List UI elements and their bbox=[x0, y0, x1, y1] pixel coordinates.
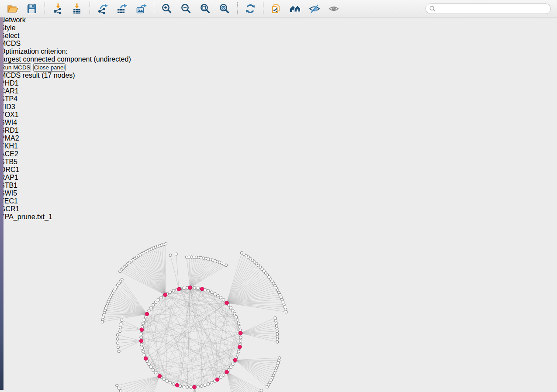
network-node[interactable] bbox=[239, 340, 242, 343]
mcds-result-item[interactable]: ORC1 bbox=[0, 166, 557, 174]
duplicate-network-button[interactable] bbox=[270, 3, 282, 15]
mcds-node[interactable] bbox=[177, 287, 181, 291]
mcds-result-item[interactable]: SWI5 bbox=[0, 189, 557, 197]
network-node[interactable] bbox=[169, 381, 172, 384]
network-leaf-node[interactable] bbox=[240, 251, 243, 254]
mcds-node[interactable] bbox=[140, 328, 144, 332]
network-node[interactable] bbox=[143, 319, 146, 322]
network-node[interactable] bbox=[237, 322, 240, 325]
mcds-result-item[interactable]: STP4 bbox=[0, 95, 557, 103]
network-leaf-node[interactable] bbox=[169, 254, 172, 257]
network-leaf-node[interactable] bbox=[185, 256, 188, 258]
mcds-node[interactable] bbox=[139, 339, 143, 343]
network-node[interactable] bbox=[236, 354, 239, 357]
network-leaf-node[interactable] bbox=[117, 346, 119, 349]
network-node[interactable] bbox=[229, 306, 232, 309]
network-node[interactable] bbox=[193, 286, 196, 289]
mcds-node[interactable] bbox=[144, 357, 148, 361]
network-canvas[interactable] bbox=[0, 221, 557, 392]
mcds-result-item[interactable]: RAP1 bbox=[0, 174, 557, 182]
mcds-result-item[interactable]: STB1 bbox=[0, 182, 557, 189]
export-network-button[interactable] bbox=[97, 3, 109, 15]
optimization-criterion-select[interactable]: largest connected component (undirected) bbox=[0, 55, 557, 63]
mcds-result-item[interactable]: SWI4 bbox=[0, 119, 557, 127]
mcds-result-item[interactable]: TID3 bbox=[0, 103, 557, 111]
network-leaf-node[interactable] bbox=[285, 310, 287, 313]
network-node[interactable] bbox=[232, 363, 235, 366]
mcds-node[interactable] bbox=[215, 378, 219, 382]
network-node[interactable] bbox=[207, 289, 210, 292]
network-leaf-node[interactable] bbox=[275, 322, 277, 324]
network-node[interactable] bbox=[233, 312, 236, 315]
tab-select[interactable]: Select bbox=[0, 32, 557, 40]
mcds-node[interactable] bbox=[175, 383, 179, 387]
hide-button[interactable] bbox=[308, 3, 321, 15]
mcds-node[interactable] bbox=[200, 287, 204, 291]
close-panel-button-mcds[interactable]: Close panel bbox=[33, 63, 66, 72]
network-node[interactable] bbox=[229, 366, 232, 369]
network-node[interactable] bbox=[148, 309, 151, 312]
mcds-node[interactable] bbox=[225, 301, 229, 305]
network-node[interactable] bbox=[149, 306, 152, 309]
network-node[interactable] bbox=[152, 303, 155, 306]
network-leaf-node[interactable] bbox=[276, 335, 279, 338]
network-leaf-node[interactable] bbox=[116, 342, 119, 344]
mcds-result-item[interactable]: CAR1 bbox=[0, 87, 557, 95]
network-node[interactable] bbox=[154, 371, 157, 374]
mcds-result-item[interactable]: PHD1 bbox=[0, 79, 557, 87]
network-titlebar[interactable]: YPA_prune.txt_1 bbox=[0, 213, 557, 221]
mcds-node[interactable] bbox=[233, 358, 237, 362]
network-node[interactable] bbox=[169, 291, 172, 294]
export-image-button[interactable] bbox=[135, 3, 147, 15]
network-leaf-node[interactable] bbox=[121, 319, 123, 321]
network-node[interactable] bbox=[238, 325, 241, 328]
network-leaf-node[interactable] bbox=[116, 334, 119, 336]
network-node[interactable] bbox=[204, 384, 207, 387]
refresh-button[interactable] bbox=[244, 3, 256, 15]
network-node[interactable] bbox=[142, 322, 145, 325]
network-node[interactable] bbox=[197, 385, 200, 389]
network-leaf-node[interactable] bbox=[118, 387, 120, 389]
network-node[interactable] bbox=[172, 383, 175, 386]
network-leaf-node[interactable] bbox=[276, 330, 278, 333]
network-node[interactable] bbox=[197, 287, 200, 290]
network-node[interactable] bbox=[213, 292, 216, 296]
network-leaf-node[interactable] bbox=[118, 350, 120, 353]
network-node[interactable] bbox=[140, 343, 143, 346]
network-node[interactable] bbox=[219, 296, 222, 299]
network-node[interactable] bbox=[149, 366, 152, 369]
network-node[interactable] bbox=[166, 380, 169, 383]
network-leaf-node[interactable] bbox=[277, 361, 280, 364]
network-leaf-node[interactable] bbox=[276, 333, 279, 335]
network-node[interactable] bbox=[182, 385, 185, 389]
network-node[interactable] bbox=[235, 315, 238, 318]
mcds-result-item[interactable]: YOX1 bbox=[0, 111, 557, 119]
network-leaf-node[interactable] bbox=[274, 316, 277, 319]
mcds-node[interactable] bbox=[225, 370, 229, 374]
import-network-button[interactable] bbox=[52, 3, 64, 15]
network-leaf-node[interactable] bbox=[119, 330, 121, 333]
network-node[interactable] bbox=[219, 376, 222, 379]
network-leaf-node[interactable] bbox=[175, 253, 177, 255]
network-node[interactable] bbox=[154, 301, 157, 304]
network-node[interactable] bbox=[163, 378, 166, 381]
network-leaf-node[interactable] bbox=[119, 326, 121, 329]
search-field[interactable] bbox=[426, 3, 551, 14]
network-node[interactable] bbox=[210, 291, 213, 294]
show-button[interactable] bbox=[328, 3, 340, 15]
network-node[interactable] bbox=[222, 374, 225, 377]
network-node[interactable] bbox=[190, 386, 193, 389]
network-leaf-node[interactable] bbox=[276, 364, 279, 367]
mcds-node[interactable] bbox=[188, 286, 192, 290]
home-button[interactable] bbox=[289, 3, 301, 15]
mcds-result-item[interactable]: SRD1 bbox=[0, 127, 557, 134]
network-node[interactable] bbox=[159, 296, 163, 299]
zoom-fit-button[interactable] bbox=[199, 3, 211, 15]
mcds-node[interactable] bbox=[239, 331, 242, 335]
network-node[interactable] bbox=[157, 299, 160, 302]
network-node[interactable] bbox=[239, 336, 242, 339]
zoom-in-button[interactable] bbox=[161, 3, 173, 15]
network-node[interactable] bbox=[186, 385, 189, 389]
tab-style[interactable]: Style bbox=[0, 24, 557, 32]
mcds-node[interactable] bbox=[193, 385, 197, 389]
